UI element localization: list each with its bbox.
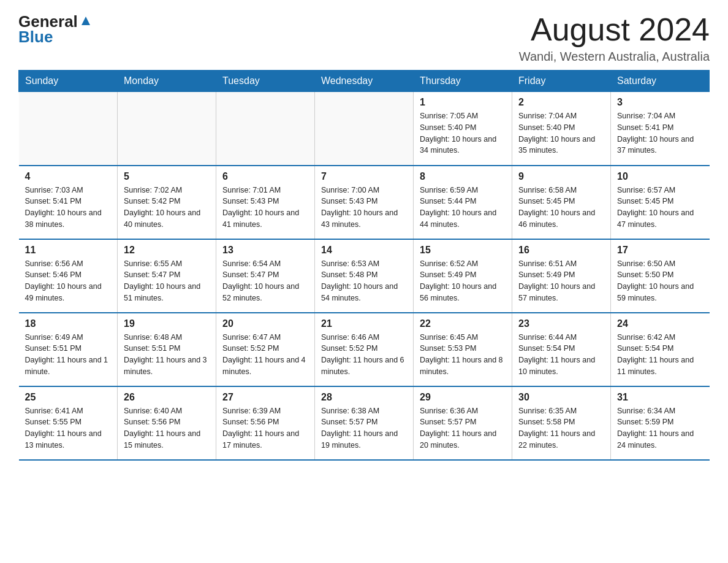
calendar-cell: 23Sunrise: 6:44 AMSunset: 5:54 PMDayligh… — [512, 313, 611, 386]
day-number: 25 — [25, 392, 112, 403]
day-number: 29 — [420, 392, 506, 403]
calendar-cell: 16Sunrise: 6:51 AMSunset: 5:49 PMDayligh… — [512, 239, 611, 313]
day-info: Sunrise: 6:40 AMSunset: 5:56 PMDaylight:… — [124, 405, 210, 451]
calendar-cell: 9Sunrise: 6:58 AMSunset: 5:45 PMDaylight… — [512, 166, 611, 239]
day-number: 15 — [420, 245, 506, 256]
day-info: Sunrise: 6:49 AMSunset: 5:51 PMDaylight:… — [25, 332, 112, 378]
calendar-cell: 19Sunrise: 6:48 AMSunset: 5:51 PMDayligh… — [118, 313, 216, 386]
day-info: Sunrise: 6:41 AMSunset: 5:55 PMDaylight:… — [25, 405, 112, 451]
day-number: 8 — [420, 171, 506, 182]
svg-marker-0 — [82, 17, 90, 25]
day-info: Sunrise: 7:01 AMSunset: 5:43 PMDaylight:… — [222, 185, 308, 231]
calendar-cell: 8Sunrise: 6:59 AMSunset: 5:44 PMDaylight… — [414, 166, 512, 239]
day-info: Sunrise: 6:38 AMSunset: 5:57 PMDaylight:… — [321, 405, 407, 451]
calendar-cell: 3Sunrise: 7:04 AMSunset: 5:41 PMDaylight… — [611, 92, 710, 166]
calendar-cell: 21Sunrise: 6:46 AMSunset: 5:52 PMDayligh… — [315, 313, 414, 386]
day-number: 21 — [321, 318, 407, 329]
calendar-header-row: SundayMondayTuesdayWednesdayThursdayFrid… — [19, 71, 710, 92]
calendar-cell: 18Sunrise: 6:49 AMSunset: 5:51 PMDayligh… — [19, 313, 118, 386]
calendar-cell: 31Sunrise: 6:34 AMSunset: 5:59 PMDayligh… — [611, 386, 710, 460]
day-number: 28 — [321, 392, 407, 403]
weekday-header-thursday: Thursday — [414, 71, 512, 92]
weekday-header-sunday: Sunday — [19, 71, 118, 92]
day-number: 5 — [124, 171, 210, 182]
day-number: 3 — [617, 97, 703, 108]
day-info: Sunrise: 6:42 AMSunset: 5:54 PMDaylight:… — [617, 332, 703, 378]
weekday-header-monday: Monday — [118, 71, 216, 92]
day-info: Sunrise: 6:39 AMSunset: 5:56 PMDaylight:… — [222, 405, 308, 451]
calendar-cell: 25Sunrise: 6:41 AMSunset: 5:55 PMDayligh… — [19, 386, 118, 460]
calendar-table: SundayMondayTuesdayWednesdayThursdayFrid… — [18, 70, 710, 461]
day-info: Sunrise: 6:55 AMSunset: 5:47 PMDaylight:… — [124, 258, 210, 304]
calendar-cell: 27Sunrise: 6:39 AMSunset: 5:56 PMDayligh… — [216, 386, 315, 460]
day-info: Sunrise: 7:04 AMSunset: 5:40 PMDaylight:… — [518, 110, 604, 156]
day-info: Sunrise: 6:46 AMSunset: 5:52 PMDaylight:… — [321, 332, 407, 378]
calendar-week-row: 1Sunrise: 7:05 AMSunset: 5:40 PMDaylight… — [19, 92, 710, 166]
day-info: Sunrise: 7:03 AMSunset: 5:41 PMDaylight:… — [25, 185, 112, 231]
day-number: 4 — [25, 171, 112, 182]
calendar-cell: 20Sunrise: 6:47 AMSunset: 5:52 PMDayligh… — [216, 313, 315, 386]
day-info: Sunrise: 7:04 AMSunset: 5:41 PMDaylight:… — [617, 110, 703, 156]
day-info: Sunrise: 6:45 AMSunset: 5:53 PMDaylight:… — [420, 332, 506, 378]
calendar-cell — [118, 92, 216, 166]
logo-blue: Blue — [18, 28, 53, 47]
day-number: 27 — [222, 392, 308, 403]
calendar-cell: 17Sunrise: 6:50 AMSunset: 5:50 PMDayligh… — [611, 239, 710, 313]
calendar-cell: 11Sunrise: 6:56 AMSunset: 5:46 PMDayligh… — [19, 239, 118, 313]
calendar-cell: 24Sunrise: 6:42 AMSunset: 5:54 PMDayligh… — [611, 313, 710, 386]
day-info: Sunrise: 6:56 AMSunset: 5:46 PMDaylight:… — [25, 258, 112, 304]
day-number: 20 — [222, 318, 308, 329]
day-number: 1 — [420, 97, 506, 108]
day-number: 2 — [518, 97, 604, 108]
day-info: Sunrise: 6:36 AMSunset: 5:57 PMDaylight:… — [420, 405, 506, 451]
calendar-week-row: 25Sunrise: 6:41 AMSunset: 5:55 PMDayligh… — [19, 386, 710, 460]
calendar-cell: 4Sunrise: 7:03 AMSunset: 5:41 PMDaylight… — [19, 166, 118, 239]
calendar-cell: 29Sunrise: 6:36 AMSunset: 5:57 PMDayligh… — [414, 386, 512, 460]
calendar-cell — [19, 92, 118, 166]
calendar-cell: 28Sunrise: 6:38 AMSunset: 5:57 PMDayligh… — [315, 386, 414, 460]
day-number: 24 — [617, 318, 703, 329]
day-info: Sunrise: 6:50 AMSunset: 5:50 PMDaylight:… — [617, 258, 703, 304]
weekday-header-tuesday: Tuesday — [216, 71, 315, 92]
day-number: 19 — [124, 318, 210, 329]
calendar-cell: 5Sunrise: 7:02 AMSunset: 5:42 PMDaylight… — [118, 166, 216, 239]
logo-triangle-icon — [79, 14, 93, 28]
day-info: Sunrise: 6:58 AMSunset: 5:45 PMDaylight:… — [518, 185, 604, 231]
calendar-cell — [216, 92, 315, 166]
day-info: Sunrise: 6:59 AMSunset: 5:44 PMDaylight:… — [420, 185, 506, 231]
day-number: 26 — [124, 392, 210, 403]
calendar-cell: 26Sunrise: 6:40 AMSunset: 5:56 PMDayligh… — [118, 386, 216, 460]
day-number: 17 — [617, 245, 703, 256]
calendar-cell: 2Sunrise: 7:04 AMSunset: 5:40 PMDaylight… — [512, 92, 611, 166]
day-number: 23 — [518, 318, 604, 329]
day-number: 14 — [321, 245, 407, 256]
day-info: Sunrise: 7:00 AMSunset: 5:43 PMDaylight:… — [321, 185, 407, 231]
title-block: August 2024 Wandi, Western Australia, Au… — [519, 12, 710, 64]
calendar-cell: 12Sunrise: 6:55 AMSunset: 5:47 PMDayligh… — [118, 239, 216, 313]
day-number: 11 — [25, 245, 112, 256]
day-info: Sunrise: 6:52 AMSunset: 5:49 PMDaylight:… — [420, 258, 506, 304]
day-info: Sunrise: 6:51 AMSunset: 5:49 PMDaylight:… — [518, 258, 604, 304]
day-number: 30 — [518, 392, 604, 403]
weekday-header-wednesday: Wednesday — [315, 71, 414, 92]
day-number: 22 — [420, 318, 506, 329]
calendar-cell: 10Sunrise: 6:57 AMSunset: 5:45 PMDayligh… — [611, 166, 710, 239]
day-info: Sunrise: 6:35 AMSunset: 5:58 PMDaylight:… — [518, 405, 604, 451]
calendar-cell: 14Sunrise: 6:53 AMSunset: 5:48 PMDayligh… — [315, 239, 414, 313]
calendar-cell: 13Sunrise: 6:54 AMSunset: 5:47 PMDayligh… — [216, 239, 315, 313]
calendar-cell: 1Sunrise: 7:05 AMSunset: 5:40 PMDaylight… — [414, 92, 512, 166]
day-number: 9 — [518, 171, 604, 182]
day-number: 12 — [124, 245, 210, 256]
page-title: August 2024 — [519, 12, 710, 47]
calendar-cell: 6Sunrise: 7:01 AMSunset: 5:43 PMDaylight… — [216, 166, 315, 239]
day-info: Sunrise: 7:05 AMSunset: 5:40 PMDaylight:… — [420, 110, 506, 156]
day-number: 7 — [321, 171, 407, 182]
calendar-week-row: 18Sunrise: 6:49 AMSunset: 5:51 PMDayligh… — [19, 313, 710, 386]
logo: General Blue — [18, 12, 93, 47]
day-number: 18 — [25, 318, 112, 329]
day-number: 31 — [617, 392, 703, 403]
weekday-header-saturday: Saturday — [611, 71, 710, 92]
day-info: Sunrise: 6:47 AMSunset: 5:52 PMDaylight:… — [222, 332, 308, 378]
day-number: 13 — [222, 245, 308, 256]
calendar-cell: 7Sunrise: 7:00 AMSunset: 5:43 PMDaylight… — [315, 166, 414, 239]
